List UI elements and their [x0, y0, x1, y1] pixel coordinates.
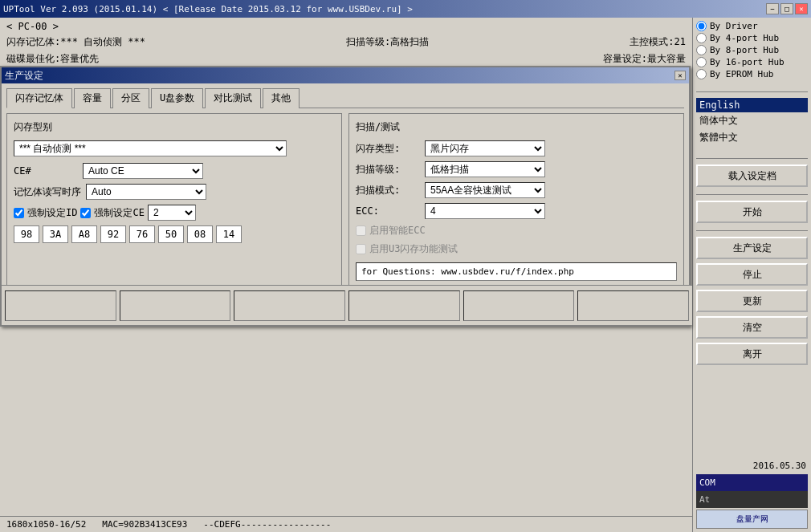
flash-type-scan-row: 闪存类型: 黑片闪存 正片闪存 白片闪存 [356, 140, 677, 156]
u3-test-row: 启用U3闪存功能测试 [356, 242, 677, 256]
radio-driver-input[interactable] [696, 21, 707, 31]
controller-label: 主控模式:21 [630, 35, 686, 49]
flash-type-scan-label: 闪存类型: [356, 142, 420, 156]
mem-timing-select[interactable]: Auto Fast Normal Slow [86, 184, 206, 200]
id-box-4[interactable]: 92 [100, 225, 126, 243]
flash-type-field-group: *** 自动侦测 *** [14, 140, 335, 156]
flash-type-panel: 闪存型别 *** 自动侦测 *** CE# Auto CE [6, 113, 342, 288]
scan-level-row: 扫描等级: 低格扫描 中格扫描 高格扫描 不扫描 [356, 161, 677, 177]
radio-by-eprom: By EPROM Hub [696, 69, 808, 79]
tab-u-params[interactable]: U盘参数 [151, 88, 203, 108]
tab-partition[interactable]: 分区 [112, 88, 149, 108]
optimize-label: 磁碟最佳化:容量优先 [6, 52, 99, 66]
dialog-title: 生产设定 [5, 69, 43, 83]
scan-test-title: 扫描/测试 [356, 120, 677, 134]
leave-button[interactable]: 离开 [696, 343, 808, 365]
minimize-button[interactable]: − [766, 3, 779, 14]
id-box-8[interactable]: 14 [216, 225, 242, 243]
scan-mode-row: 扫描模式: 55AA全容快速测试 全FF写入 全00写入 [356, 182, 677, 198]
radio-by-driver: By Driver [696, 21, 808, 31]
lang-simplified-chinese[interactable]: 簡体中文 [696, 112, 808, 129]
status-cell-6 [577, 290, 689, 321]
scan-test-panel: 扫描/测试 闪存类型: 黑片闪存 正片闪存 白片闪存 [348, 113, 684, 288]
u3-test-label: 启用U3闪存功能测试 [369, 242, 458, 256]
id-boxes: 98 3A A8 92 76 50 08 14 [14, 225, 335, 243]
tab-bar: 闪存记忆体 容量 分区 U盘参数 对比测试 其他 [6, 88, 684, 108]
separator-3 [696, 194, 808, 195]
radio-8port-label: By 8-port Hub [710, 45, 779, 55]
production-settings-button[interactable]: 生产设定 [696, 237, 808, 259]
mac-label: MAC=902B3413CE93 [102, 519, 187, 530]
ecc-label: ECC: [356, 205, 420, 217]
status-cell-5 [463, 290, 575, 321]
tab-other[interactable]: 其他 [263, 88, 300, 108]
info-row-2: 磁碟最佳化:容量优先 容量设定:最大容量 [6, 52, 686, 66]
smart-ecc-checkbox [356, 225, 366, 236]
ce-label: CE# [14, 165, 78, 177]
sidebar-bottom: 2016.05.30 COM At 盘量产网 [696, 459, 808, 529]
stop-button[interactable]: 停止 [696, 263, 808, 286]
ecc-row: ECC: 1 2 4 8 16 [356, 203, 677, 219]
status-cell-2 [120, 290, 231, 321]
radio-8port-input[interactable] [696, 45, 707, 55]
date-label: 2016.05.30 [696, 459, 808, 473]
flash-label: 闪存记忆体:*** 自动侦测 *** [6, 35, 145, 49]
tab-capacity[interactable]: 容量 [74, 88, 111, 108]
smart-ecc-row: 启用智能ECC [356, 224, 677, 238]
radio-16port-input[interactable] [696, 57, 707, 67]
radio-eprom-input[interactable] [696, 69, 707, 79]
start-button[interactable]: 开始 [696, 201, 808, 223]
ecc-select[interactable]: 1 2 4 8 16 [425, 203, 545, 219]
at-section: At [696, 491, 808, 508]
close-button[interactable]: ✕ [795, 3, 808, 14]
lang-traditional-chinese[interactable]: 繁體中文 [696, 129, 808, 146]
radio-eprom-label: By EPROM Hub [710, 69, 773, 79]
cdefg-label: --CDEFG----------------- [203, 519, 331, 530]
capacity-label: 容量设定:最大容量 [603, 52, 686, 66]
radio-4port-label: By 4-port Hub [710, 33, 779, 43]
separator-2 [696, 158, 808, 159]
tab-flash-memory[interactable]: 闪存记忆体 [6, 88, 72, 108]
force-id-checkbox[interactable] [14, 208, 24, 218]
status-cell-3 [234, 290, 345, 321]
sidebar-load-btn[interactable]: 载入设定档 [696, 164, 808, 187]
id-box-7[interactable]: 08 [187, 225, 213, 243]
resolution-label: 1680x1050-16/52 [6, 519, 86, 530]
panels: 闪存型别 *** 自动侦测 *** CE# Auto CE [6, 113, 684, 288]
title-buttons: − □ ✕ [766, 3, 808, 14]
force-checkboxes-row: 强制设定ID 强制设定CE 1 2 4 8 [14, 205, 335, 221]
ce-select[interactable]: Auto CE CE0 CE1 CE2 CE3 [83, 163, 203, 179]
force-ce-checkbox[interactable] [80, 208, 91, 218]
clear-button[interactable]: 清空 [696, 316, 808, 339]
force-ce-label: 强制设定CE [94, 206, 144, 220]
at-label: At [699, 494, 710, 505]
mem-timing-label: 记忆体读写时序 [14, 185, 81, 199]
left-area: < PC-00 > 闪存记忆体:*** 自动侦测 *** 扫描等级:高格扫描 主… [0, 18, 692, 532]
info-row-1: 闪存记忆体:*** 自动侦测 *** 扫描等级:高格扫描 主控模式:21 [6, 35, 686, 49]
id-box-3[interactable]: A8 [71, 225, 97, 243]
logo-text: 盘量产网 [736, 514, 768, 523]
flash-type-scan-select[interactable]: 黑片闪存 正片闪存 白片闪存 [425, 140, 545, 156]
tab-compare-test[interactable]: 对比测试 [205, 88, 261, 108]
title-bar: UPTool Ver 2.093 (2015.01.14) < [Release… [0, 0, 811, 18]
status-cell-4 [348, 290, 460, 321]
radio-by-4port: By 4-port Hub [696, 33, 808, 43]
scan-level-select[interactable]: 低格扫描 中格扫描 高格扫描 不扫描 [425, 161, 545, 177]
force-ce-select[interactable]: 1 2 4 8 [148, 205, 196, 221]
maximize-button[interactable]: □ [780, 3, 793, 14]
id-box-1[interactable]: 98 [14, 225, 39, 243]
scan-mode-select[interactable]: 55AA全容快速测试 全FF写入 全00写入 [425, 182, 545, 198]
id-box-5[interactable]: 76 [129, 225, 155, 243]
dialog-close-button[interactable]: ✕ [674, 71, 686, 80]
radio-4port-input[interactable] [696, 33, 707, 43]
radio-group: By Driver By 4-port Hub By 8-port Hub By… [696, 21, 808, 81]
update-button[interactable]: 更新 [696, 290, 808, 312]
title-text: UPTool Ver 2.093 (2015.01.14) < [Release… [3, 4, 413, 14]
flash-type-select[interactable]: *** 自动侦测 *** [14, 140, 287, 156]
lang-english[interactable]: English [696, 98, 808, 112]
dialog-title-bar: 生产设定 ✕ [2, 67, 689, 83]
pc-label: < PC-00 > [6, 21, 686, 32]
logo-area: 盘量产网 [696, 510, 808, 529]
id-box-6[interactable]: 50 [158, 225, 184, 243]
id-box-2[interactable]: 3A [43, 225, 68, 243]
